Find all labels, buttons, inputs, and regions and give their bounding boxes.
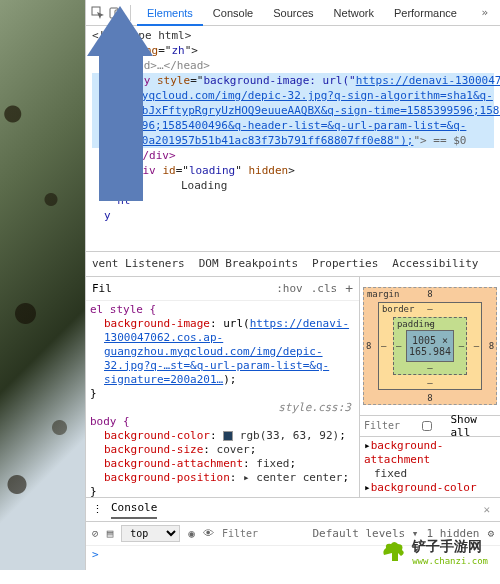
filter-label: Fil [92,282,112,295]
hov-toggle[interactable]: :hov [276,282,303,295]
dom-tree[interactable]: <!doctype html> <html lang="zh"> ▸ <head… [86,26,500,251]
computed-filter-row: Show all [360,415,500,437]
subtab-event-listeners[interactable]: vent Listeners [92,257,185,270]
computed-list[interactable]: ▸background-attachmentfixed ▸background-… [360,437,500,498]
console-clear-icon[interactable]: ⊘ [92,527,99,540]
page-background [0,0,85,570]
styles-lower: Fil :hov .cls + el style { background-im… [86,277,500,498]
console-gear-icon[interactable]: ⚙ [487,527,494,540]
styles-filter-row: Fil :hov .cls + [86,277,359,301]
device-toggle-icon[interactable] [108,5,124,21]
console-menu-icon[interactable]: ⋮ [92,503,103,516]
inspect-icon[interactable] [90,5,106,21]
tab-sources[interactable]: Sources [263,0,323,26]
styles-column: Fil :hov .cls + el style { background-im… [86,277,360,498]
box-model[interactable]: margin 8888 border –––– padding –––– 100… [360,277,500,415]
tab-elements[interactable]: Elements [137,0,203,26]
devtools-toolbar: Elements Console Sources Network Perform… [86,0,500,26]
show-all-checkbox[interactable] [410,421,444,431]
cls-toggle[interactable]: .cls [311,282,338,295]
console-settings-icon[interactable]: ✕ [483,503,490,516]
styles-body[interactable]: el style { background-image: url(https:/… [86,301,359,498]
tab-performance[interactable]: Performance [384,0,467,26]
watermark-url: www.chanzi.com [412,556,488,566]
computed-column: margin 8888 border –––– padding –––– 100… [360,277,500,498]
console-eye-icon[interactable]: 👁 [203,527,214,540]
subtab-properties[interactable]: Properties [312,257,378,270]
watermark-icon [380,539,406,565]
box-model-content: 1005 × 165.984 [406,330,454,362]
color-swatch[interactable] [223,431,233,441]
console-tab[interactable]: Console [111,501,157,519]
console-sidebar-icon[interactable]: ▤ [107,527,114,540]
body-node[interactable]: ▾ <body style="background-image: url("ht… [92,73,494,88]
new-style-rule[interactable]: + [345,281,353,296]
tab-network[interactable]: Network [324,0,384,26]
devtools-tabs: Elements Console Sources Network Perform… [137,0,467,26]
devtools-panel: Elements Console Sources Network Perform… [85,0,500,570]
subtab-dom-breakpoints[interactable]: DOM Breakpoints [199,257,298,270]
console-context-select[interactable]: top [121,525,180,542]
show-all-label: Show all [450,413,496,439]
svg-rect-2 [115,10,122,19]
doctype: <!doctype html> [92,29,191,42]
tab-console[interactable]: Console [203,0,263,26]
styles-subpanel-tabs: vent Listeners DOM Breakpoints Propertie… [86,251,500,277]
console-filter-input[interactable] [222,528,282,539]
watermark: 铲子手游网 www.chanzi.com [380,538,488,566]
tabs-overflow[interactable]: » [473,6,496,19]
subtab-accessibility[interactable]: Accessibility [392,257,478,270]
styles-filter-input[interactable] [120,282,268,295]
toolbar-separator [130,5,131,21]
head-node[interactable]: ▸ <head>…</head> [104,59,210,72]
computed-filter-input[interactable] [364,420,404,431]
watermark-title: 铲子手游网 [412,538,488,556]
